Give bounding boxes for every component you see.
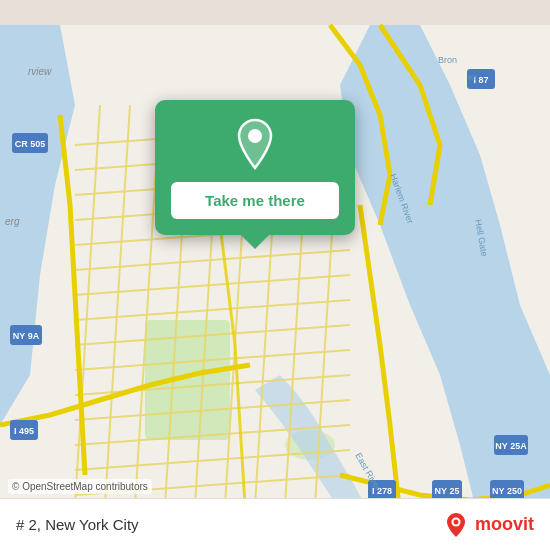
svg-text:erg: erg: [5, 216, 20, 227]
bottom-bar: # 2, New York City moovit: [0, 498, 550, 550]
moovit-icon: [442, 511, 470, 539]
svg-point-50: [248, 129, 262, 143]
moovit-brand-text: moovit: [475, 514, 534, 535]
location-label: # 2, New York City: [16, 516, 139, 533]
map-attribution: © OpenStreetMap contributors: [8, 479, 152, 494]
svg-text:NY 250: NY 250: [492, 486, 522, 496]
map-background: CR 505 I 87 NY 9A I 495 I 278 NY 25 NY 2…: [0, 0, 550, 550]
svg-point-52: [453, 519, 458, 524]
location-pin-icon: [233, 118, 277, 172]
svg-text:NY 25: NY 25: [435, 486, 460, 496]
take-me-there-button[interactable]: Take me there: [171, 182, 339, 219]
svg-text:CR 505: CR 505: [15, 139, 46, 149]
svg-text:I 495: I 495: [14, 426, 34, 436]
svg-text:rview: rview: [28, 66, 52, 77]
svg-text:Bron: Bron: [438, 55, 457, 65]
popup-card: Take me there: [155, 100, 355, 235]
location-icon-wrapper: [228, 118, 282, 172]
svg-text:NY 25A: NY 25A: [495, 441, 527, 451]
svg-text:NY 9A: NY 9A: [13, 331, 40, 341]
moovit-logo: moovit: [442, 511, 534, 539]
svg-text:Kil: Kil: [468, 73, 477, 82]
map-container: CR 505 I 87 NY 9A I 495 I 278 NY 25 NY 2…: [0, 0, 550, 550]
